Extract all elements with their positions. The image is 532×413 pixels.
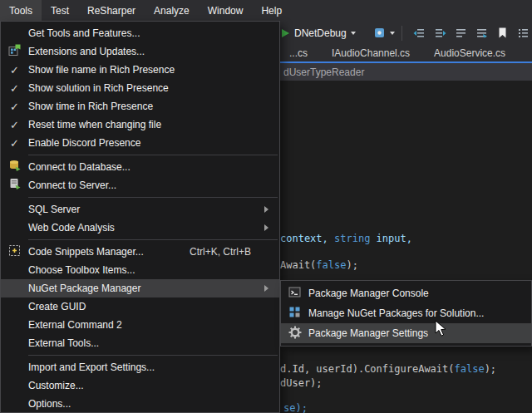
menu-item-label: Web Code Analysis [28,222,273,234]
menu-item-web-code-analysis[interactable]: Web Code Analysis [1,219,279,237]
submenu-item-package-manager-console[interactable]: Package Manager Console [281,283,531,303]
menu-item-choose-toolbox-items[interactable]: Choose Toolbox Items... [1,261,279,279]
menu-item-sql-server[interactable]: SQL Server [1,200,279,219]
code-line: se); [283,402,308,413]
menu-item-connect-to-database[interactable]: Connect to Database... [1,158,279,176]
menu-item-extensions-and-updates[interactable]: Extensions and Updates... [1,42,279,61]
menubar: Tools Test ReSharper Analyze Window Help [0,0,532,21]
extensions-icon [8,44,21,59]
chevron-down-icon[interactable] [351,32,356,35]
menu-item-create-guid[interactable]: Create GUID [1,297,279,316]
tab-file-partial[interactable]: ...cs [282,47,315,59]
tools-menu: Get Tools and Features... Extensions and… [0,21,280,413]
breadcrumb-type-dropdown[interactable]: dUserTypeReader [283,66,364,78]
debug-target-selector[interactable]: DNetDebug [294,27,347,39]
menu-item-label: Enable Discord Presence [28,137,273,149]
nuget-submenu: Package Manager Console Manage NuGet Pac… [280,280,532,347]
uncomment-icon[interactable] [475,27,488,39]
snippets-icon [8,244,21,259]
code-token: d.Id, userId).ConfigureAwait( [280,363,455,375]
database-icon [8,160,21,175]
checkmark-icon: ✓ [10,82,19,95]
menu-separator [28,355,278,356]
menubar-item-label: ReSharper [87,5,135,17]
submenu-arrow-icon [264,224,268,231]
code-token: context, [280,233,334,244]
menubar-item-resharper[interactable]: ReSharper [78,0,145,21]
menu-item-options[interactable]: Options... [1,395,279,413]
menu-item-label: Get Tools and Features... [28,27,273,39]
menu-item-external-command-2[interactable]: External Command 2 [1,316,279,334]
console-icon [288,286,301,301]
submenu-arrow-icon [264,285,268,292]
code-token: string [334,233,370,244]
menu-item-reset-time[interactable]: ✓ Reset time when changing file [1,116,279,134]
checkmark-icon: ✓ [10,137,19,150]
code-token: ); [346,259,357,271]
menu-item-customize[interactable]: Customize... [1,376,279,395]
menubar-item-window[interactable]: Window [199,0,253,21]
menu-item-code-snippets-manager[interactable]: Code Snippets Manager... Ctrl+K, Ctrl+B [1,243,279,261]
navigate-backward-icon[interactable] [413,27,426,39]
comment-icon[interactable] [455,27,467,39]
menu-item-enable-discord[interactable]: ✓ Enable Discord Presence [1,134,279,152]
menu-item-get-tools-and-features[interactable]: Get Tools and Features... [1,24,279,42]
tab-audioservice[interactable]: AudioService.cs [426,47,513,59]
attach-icon[interactable] [373,27,386,39]
menu-item-label: Import and Export Settings... [28,361,273,373]
code-token: ); [485,363,496,375]
submenu-arrow-icon [264,206,268,213]
code-line: Await(false); [280,259,358,271]
menu-item-external-tools[interactable]: External Tools... [1,334,279,352]
bookmark-icon[interactable] [496,27,509,39]
menubar-item-label: Tools [9,5,32,17]
menu-item-connect-to-server[interactable]: Connect to Server... [1,176,279,194]
menubar-item-tools[interactable]: Tools [0,0,42,21]
task-list-icon[interactable] [517,27,530,39]
menu-item-shortcut: Ctrl+K, Ctrl+B [190,246,251,258]
checkmark-icon: ✓ [10,101,19,113]
server-icon [8,178,21,193]
menubar-item-label: Window [208,5,244,17]
menu-item-nuget-package-manager[interactable]: NuGet Package Manager [1,279,279,297]
code-token: input, [370,233,412,244]
menu-separator [28,197,278,198]
menu-item-import-export-settings[interactable]: Import and Export Settings... [1,358,279,376]
menu-item-label: Package Manager Console [308,288,525,299]
menubar-item-label: Help [261,5,282,17]
code-line: d.Id, userId).ConfigureAwait(false); [280,363,496,375]
menu-item-label: Package Manager Settings [308,327,525,339]
checkmark-icon: ✓ [10,64,19,76]
menu-item-show-solution[interactable]: ✓ Show solution in Rich Presence [1,79,279,97]
menubar-item-label: Analyze [154,5,190,17]
start-debug-icon[interactable] [282,29,289,37]
submenu-item-package-manager-settings[interactable]: Package Manager Settings [281,323,531,343]
menu-item-show-time[interactable]: ✓ Show time in Rich Presence [1,97,279,116]
navigate-forward-icon[interactable] [434,27,446,39]
menu-item-label: Show file name in Rich Presence [28,64,273,76]
menubar-item-test[interactable]: Test [42,0,78,21]
menu-item-label: NuGet Package Manager [28,283,273,294]
chevron-down-icon[interactable] [390,32,395,35]
submenu-item-manage-nuget-packages[interactable]: Manage NuGet Packages for Solution... [281,303,531,323]
tab-iaudiochannel[interactable]: IAudioChannel.cs [324,47,417,59]
menu-item-label: Show time in Rich Presence [28,101,273,112]
menu-item-show-file-name[interactable]: ✓ Show file name in Rich Presence [1,61,279,79]
menu-item-label: Choose Toolbox Items... [28,264,273,276]
menu-item-label: Create GUID [28,301,273,312]
menubar-item-help[interactable]: Help [252,0,291,21]
menu-item-label: Extensions and Updates... [28,46,273,57]
code-line: context, string input, [280,233,412,244]
menu-item-label: Show solution in Rich Presence [28,82,273,94]
menu-item-label: Reset time when changing file [28,119,273,130]
code-token: false [316,259,346,271]
menubar-item-analyze[interactable]: Analyze [145,0,199,21]
menu-item-label: Customize... [28,380,273,391]
menu-item-label: External Tools... [28,337,273,349]
code-token: Await( [280,259,316,271]
menu-separator [28,239,278,240]
menu-item-label: Connect to Database... [28,161,273,173]
checkmark-icon: ✓ [10,119,19,131]
toolbar-separator [401,26,402,41]
menu-item-label: External Command 2 [28,319,273,331]
